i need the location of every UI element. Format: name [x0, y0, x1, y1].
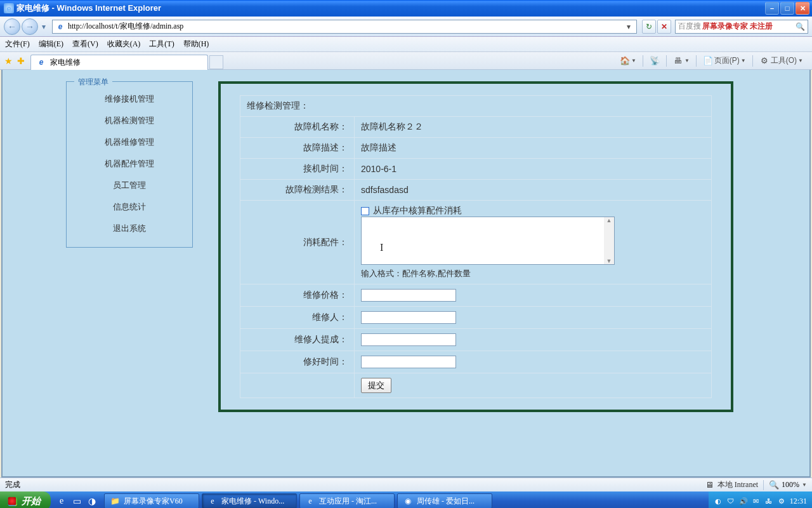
- minimize-button[interactable]: –: [765, 2, 779, 15]
- input-repairer[interactable]: [361, 311, 456, 324]
- search-box[interactable]: 百度搜 屏幕录像专家 未注册 🔍: [675, 20, 808, 34]
- form-title: 维修检测管理：: [240, 96, 712, 117]
- label-fault-result: 故障检测结果：: [240, 180, 355, 201]
- menu-bar: 文件(F) 编辑(E) 查看(V) 收藏夹(A) 工具(T) 帮助(H): [0, 37, 812, 52]
- sidebar: 管理菜单 维修接机管理 机器检测管理 机器维修管理 机器配件管理 员工管理 信息…: [66, 81, 193, 412]
- viewport: 管理菜单 维修接机管理 机器检测管理 机器维修管理 机器配件管理 员工管理 信息…: [1, 70, 811, 478]
- ie-task-icon-2: e: [305, 496, 315, 506]
- value-fault-result: sdfsfasdasd: [355, 180, 712, 201]
- label-repair-price: 维修价格：: [240, 284, 355, 307]
- address-input[interactable]: [68, 22, 624, 31]
- forward-button[interactable]: →: [22, 18, 38, 35]
- search-icon[interactable]: 🔍: [796, 22, 805, 31]
- parts-textarea[interactable]: [361, 217, 615, 265]
- tab-title: 家电维修: [50, 57, 81, 68]
- stop-button[interactable]: ✕: [657, 20, 671, 34]
- address-bar[interactable]: e ▾: [52, 20, 637, 34]
- home-icon: 🏠: [620, 56, 630, 66]
- label-parts: 消耗配件：: [240, 201, 355, 284]
- tab-active[interactable]: e 家电维修: [30, 55, 208, 70]
- tray-icon-5[interactable]: 🖧: [764, 497, 773, 505]
- zoom-control[interactable]: 🔍100%▼: [769, 480, 807, 490]
- input-commission[interactable]: [361, 333, 456, 346]
- folder-icon: 📁: [110, 496, 120, 506]
- address-dropdown[interactable]: ▾: [624, 22, 634, 31]
- sidebar-item-machine-repair[interactable]: 机器维修管理: [67, 131, 192, 153]
- sidebar-item-machine-detect[interactable]: 机器检测管理: [67, 110, 192, 131]
- tab-bar: ★ ✚ e 家电维修 🏠▼ 📡 🖶▼ 📄页面(P)▼ ⚙工具(O)▼: [0, 52, 812, 70]
- feeds-button[interactable]: 📡: [647, 56, 662, 66]
- task-item-music[interactable]: ◉周传雄 - 爱如日...: [397, 493, 492, 508]
- value-recv-time: 2010-6-1: [355, 159, 712, 180]
- text-caret-icon: I: [380, 242, 383, 253]
- sidebar-item-logout[interactable]: 退出系统: [67, 218, 192, 239]
- gear-icon: ⚙: [759, 56, 769, 66]
- nav-bar: ← → ▾ e ▾ ↻ ✕ 百度搜 屏幕录像专家 未注册 🔍: [0, 17, 812, 37]
- menu-file[interactable]: 文件(F): [5, 39, 30, 50]
- ql-desktop-icon[interactable]: ▭: [70, 494, 84, 508]
- input-done-time[interactable]: [361, 356, 456, 368]
- sidebar-item-staff[interactable]: 员工管理: [67, 175, 192, 196]
- submit-button[interactable]: 提交: [361, 378, 391, 393]
- close-button[interactable]: ✕: [796, 2, 809, 15]
- quick-launch: e ▭ ◑: [51, 494, 103, 508]
- add-favorite-icon[interactable]: ✚: [15, 55, 27, 67]
- task-item-recorder[interactable]: 📁屏幕录像专家V60: [104, 493, 199, 508]
- start-button[interactable]: 开始: [0, 491, 51, 508]
- tray-icon-4[interactable]: ✉: [752, 497, 761, 505]
- favorites-center-icon[interactable]: ★: [3, 55, 14, 67]
- menu-view[interactable]: 查看(V): [72, 39, 98, 50]
- back-button[interactable]: ←: [4, 18, 20, 35]
- tools-menu[interactable]: ⚙工具(O)▼: [757, 55, 806, 66]
- tab-page-icon: e: [36, 57, 46, 67]
- status-bar: 完成 🖥本地 Intranet 🔍100%▼: [0, 478, 812, 491]
- ql-ie-icon[interactable]: e: [55, 494, 69, 508]
- window-title: 家电维修 - Windows Internet Explorer: [16, 3, 161, 14]
- sidebar-item-machine-parts[interactable]: 机器配件管理: [67, 153, 192, 175]
- maximize-button[interactable]: □: [780, 2, 794, 15]
- menu-edit[interactable]: 编辑(E): [39, 39, 63, 50]
- search-placeholder-2: 未注册: [750, 21, 773, 32]
- tray-icon-3[interactable]: 🔊: [739, 497, 748, 505]
- taskbar: 开始 e ▭ ◑ 📁屏幕录像专家V60 e家电维修 - Windo... e互动…: [0, 491, 812, 508]
- rss-icon: 📡: [650, 56, 660, 66]
- parts-checkbox-wrap[interactable]: 从库存中核算配件消耗: [361, 205, 462, 215]
- page-icon: e: [55, 22, 65, 32]
- zoom-icon: 🔍: [769, 480, 779, 490]
- input-repair-price[interactable]: [361, 289, 456, 302]
- task-item-ie-admin[interactable]: e家电维修 - Windo...: [202, 493, 297, 508]
- print-icon: 🖶: [673, 56, 683, 66]
- label-done-time: 修好时间：: [240, 351, 355, 373]
- tray-icon-1[interactable]: ◐: [714, 497, 723, 505]
- page-icon-btn: 📄: [703, 56, 713, 66]
- refresh-button[interactable]: ↻: [642, 20, 656, 34]
- sidebar-item-repair-receive[interactable]: 维修接机管理: [67, 88, 192, 110]
- cell-parts: 从库存中核算配件消耗 ▲▼ I 输入格式：配件名称,配件数量: [355, 201, 712, 284]
- value-fault-desc: 故障描述: [355, 138, 712, 159]
- sidebar-item-stats[interactable]: 信息统计: [67, 196, 192, 218]
- tray-icon-6[interactable]: ⚙: [777, 497, 786, 505]
- security-zone: 🖥本地 Intranet: [705, 479, 758, 490]
- menu-help[interactable]: 帮助(H): [183, 39, 209, 50]
- parts-checkbox[interactable]: [361, 207, 369, 215]
- value-machine-name: 故障机名称２２: [355, 117, 712, 138]
- search-placeholder-1: 屏幕录像专家: [702, 21, 748, 32]
- ie-icon: e: [4, 3, 14, 13]
- menu-fav[interactable]: 收藏夹(A): [107, 39, 141, 50]
- history-dropdown[interactable]: ▾: [39, 22, 48, 31]
- new-tab-button[interactable]: [209, 55, 223, 69]
- print-button[interactable]: 🖶▼: [671, 56, 692, 66]
- media-player-icon: ◉: [403, 496, 413, 506]
- home-button[interactable]: 🏠▼: [617, 56, 639, 66]
- menu-tools[interactable]: 工具(T): [149, 39, 174, 50]
- textarea-scrollbar[interactable]: ▲▼: [604, 217, 614, 264]
- task-item-ie-other[interactable]: e互动应用 - 淘江...: [299, 493, 395, 508]
- tray-icon-2[interactable]: 🛡: [726, 497, 735, 505]
- window-titlebar: e 家电维修 - Windows Internet Explorer – □ ✕: [0, 0, 812, 17]
- clock[interactable]: 12:31: [790, 497, 807, 506]
- page-menu[interactable]: 📄页面(P)▼: [700, 55, 749, 66]
- windows-icon: [8, 497, 16, 505]
- system-tray[interactable]: ◐ 🛡 🔊 ✉ 🖧 ⚙ 12:31: [709, 491, 812, 508]
- label-machine-name: 故障机名称：: [240, 117, 355, 138]
- ql-app-icon[interactable]: ◑: [85, 494, 99, 508]
